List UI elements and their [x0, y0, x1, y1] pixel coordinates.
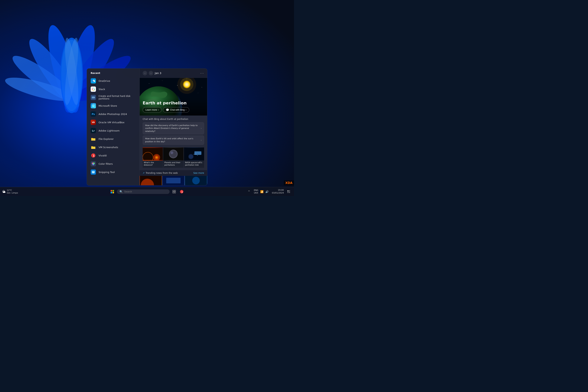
recent-header: Recent	[87, 72, 140, 77]
svg-rect-60	[197, 153, 198, 156]
see-more-link[interactable]: See more	[193, 172, 204, 174]
taskbar-search[interactable]: 🔍	[117, 190, 170, 194]
language-text: ENG	[254, 189, 258, 192]
vivaldi-icon	[91, 153, 96, 158]
recent-item-colorfilters[interactable]: Color filters	[87, 160, 140, 168]
svg-point-23	[94, 97, 94, 98]
svg-rect-19	[94, 90, 94, 90]
recent-item-onedrive[interactable]: OneDrive	[87, 77, 140, 85]
clock-date: 03/01/2024	[272, 192, 284, 194]
notification-button[interactable]	[286, 189, 292, 195]
svg-point-53	[154, 155, 159, 160]
windows-pane-4	[112, 192, 114, 193]
recent-item-lightroom[interactable]: Lr Adobe Lightroom	[87, 126, 140, 135]
hero-card: Earth at perihelion Learn more › 💬 Chat …	[140, 78, 207, 116]
color-filters-icon	[91, 161, 96, 166]
bing-question-1[interactable]: How did the discovery of Earth's perihel…	[143, 122, 204, 134]
hero-actions: Learn more › 💬 Chat with Bing ›	[143, 107, 204, 112]
svg-rect-25	[92, 98, 93, 98]
diskpart-label: Create and format hard disk partitions	[98, 95, 136, 100]
taskbar-center: 🔍	[109, 189, 185, 195]
svg-rect-16	[93, 88, 94, 88]
svg-rect-67	[166, 178, 180, 183]
taskbar-right: ^ ENG UKX 📶 🔊 19:00 03/01/2024	[246, 188, 292, 195]
taskbar-left: 🌥 12°C Ger. Limpo	[2, 189, 25, 194]
bing-question-1-text: How did the discovery of Earth's perihel…	[145, 124, 199, 133]
bing-question-2-text: How does Earth's tilt and orbit affect t…	[145, 137, 199, 143]
recent-item-photoshop[interactable]: Ps Adobe Photoshop 2024	[87, 110, 140, 118]
recent-item-slack[interactable]: Slack	[87, 85, 140, 93]
recent-item-virtualbox[interactable]: VB Oracle VM VirtualBox	[87, 118, 140, 126]
prev-button[interactable]: ‹	[143, 71, 147, 76]
thumb-item-2[interactable]: Planets and their perihelions	[163, 148, 183, 168]
thumb-image-1	[143, 148, 163, 160]
recent-item-explorer[interactable]: File Explorer	[87, 135, 140, 143]
recent-item-store[interactable]: Microsoft Store	[87, 102, 140, 110]
recent-item-snipping[interactable]: Snipping Tool	[87, 168, 140, 176]
network-volume-icons[interactable]: ENG UKX 📶 🔊	[252, 188, 270, 195]
learn-more-button[interactable]: Learn more ›	[143, 107, 162, 112]
file-explorer-icon	[91, 136, 96, 142]
svg-point-34	[149, 83, 149, 84]
bottom-thumb-3[interactable]	[185, 176, 207, 185]
store-label: Microsoft Store	[98, 104, 117, 107]
windows-logo	[111, 190, 114, 193]
clock-time: 19:00	[278, 189, 284, 192]
start-button[interactable]	[109, 189, 115, 195]
lightroom-icon: Lr	[91, 128, 96, 133]
svg-point-63	[189, 154, 193, 159]
svg-rect-26	[93, 106, 94, 106]
widget-panel: ‹ › Jan 3 ···	[140, 68, 207, 186]
svg-rect-72	[173, 192, 174, 193]
virtualbox-icon: VB	[91, 120, 96, 125]
slack-label: Slack	[98, 88, 105, 91]
search-input[interactable]	[124, 190, 167, 193]
onedrive-icon	[91, 78, 96, 84]
location: Ger. Limpo	[7, 192, 18, 194]
taskbar-vivaldi-icon	[180, 190, 184, 194]
snipping-tool-icon	[91, 170, 96, 175]
file-explorer-label: File Explorer	[98, 138, 114, 140]
svg-rect-15	[92, 88, 92, 88]
svg-rect-77	[288, 192, 288, 193]
widget-nav: ‹ › Jan 3	[143, 71, 161, 76]
thumb-item-3[interactable]: NASA spacecraft's perihelion trek	[184, 148, 204, 168]
lightroom-label: Adobe Lightroom	[98, 129, 120, 132]
vm-screenshots-icon	[91, 144, 96, 150]
bottom-thumb-1[interactable]	[140, 176, 162, 185]
thumb-item-1[interactable]: What's the distance?	[143, 148, 163, 168]
taskbar-vivaldi[interactable]	[179, 189, 185, 195]
volume-icon: 🔊	[265, 190, 268, 193]
trending-icon: ↗	[143, 172, 144, 174]
recent-panel: Recent OneDrive	[87, 68, 140, 186]
svg-rect-18	[94, 89, 94, 90]
svg-rect-14	[92, 89, 92, 90]
svg-point-35	[162, 80, 162, 81]
vivaldi-label: Vivaldi	[98, 154, 107, 157]
onedrive-label: OneDrive	[98, 80, 110, 82]
bing-question-2[interactable]: How does Earth's tilt and orbit affect t…	[143, 136, 204, 145]
chat-with-bing-button[interactable]: 💬 Chat with Bing ›	[163, 107, 189, 112]
recent-item-diskpart[interactable]: Create and format hard disk partitions	[87, 93, 140, 102]
xda-logo: XDA	[284, 180, 294, 186]
svg-point-38	[202, 87, 202, 88]
weather-widget[interactable]: 🌥 12°C Ger. Limpo	[2, 189, 18, 194]
bing-chat-section: Chat with Bing about Earth at perihelion…	[140, 116, 207, 170]
svg-rect-61	[194, 154, 197, 154]
snipping-tool-label: Snipping Tool	[98, 171, 115, 174]
desktop: Recent OneDrive	[0, 0, 294, 196]
recent-item-vmscreenshots[interactable]: VM Screenshots	[87, 143, 140, 151]
task-view-icon	[172, 190, 176, 193]
system-tray[interactable]: ^	[246, 190, 252, 194]
next-button[interactable]: ›	[149, 71, 153, 76]
recent-item-vivaldi[interactable]: Vivaldi	[87, 151, 140, 160]
bottom-thumb-2[interactable]	[162, 176, 184, 185]
task-view-button[interactable]	[171, 189, 177, 195]
chevron-up-icon: ^	[248, 190, 250, 193]
svg-rect-21	[92, 90, 92, 90]
svg-point-30	[92, 164, 94, 165]
more-options-button[interactable]: ···	[200, 71, 204, 75]
taskbar: 🌥 12°C Ger. Limpo 🔍	[0, 187, 294, 196]
start-menu-panel: Recent OneDrive	[87, 68, 207, 186]
system-clock[interactable]: 19:00 03/01/2024	[271, 188, 285, 195]
